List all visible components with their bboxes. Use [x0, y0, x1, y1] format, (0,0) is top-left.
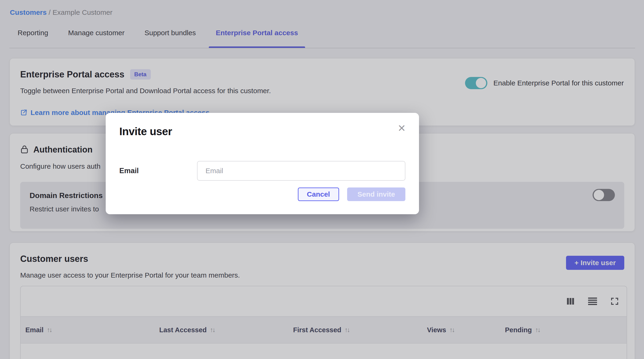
- send-invite-button[interactable]: Send invite: [347, 187, 406, 201]
- cancel-button[interactable]: Cancel: [298, 187, 339, 201]
- close-icon[interactable]: ✕: [398, 123, 406, 134]
- email-field[interactable]: [197, 161, 406, 181]
- invite-user-modal: Invite user ✕ Email Cancel Send invite: [106, 113, 419, 214]
- modal-footer: Cancel Send invite: [298, 187, 406, 201]
- modal-email-row: Email: [119, 161, 406, 181]
- modal-title: Invite user: [119, 125, 172, 138]
- email-label: Email: [119, 167, 197, 175]
